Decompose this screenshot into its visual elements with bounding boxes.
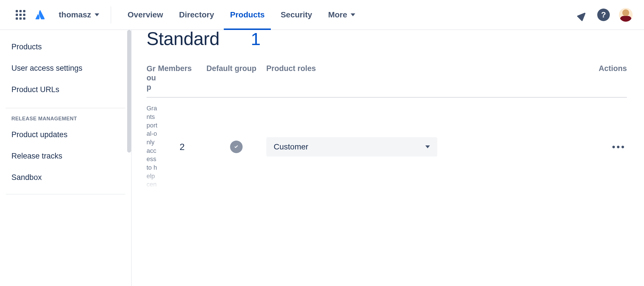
user-avatar[interactable] bbox=[619, 8, 633, 22]
nav-right: ? bbox=[576, 8, 633, 22]
role-select-value: Customer bbox=[274, 142, 308, 151]
help-icon[interactable]: ? bbox=[597, 9, 610, 21]
nav-directory[interactable]: Directory bbox=[171, 0, 222, 29]
sidebar-divider bbox=[6, 194, 125, 194]
cell-default bbox=[206, 141, 266, 153]
th-group: Group bbox=[147, 64, 158, 92]
cell-group-desc: Grants portal-only access to help center… bbox=[147, 104, 158, 190]
sidebar-item-release-tracks[interactable]: Release tracks bbox=[0, 145, 131, 167]
nav-overview[interactable]: Overview bbox=[120, 0, 171, 29]
chevron-down-icon bbox=[351, 13, 355, 16]
cell-members: 2 bbox=[158, 142, 206, 152]
main-content: Standard 1 Group Members Default group P… bbox=[131, 30, 644, 286]
primary-nav: Overview Directory Products Security Mor… bbox=[120, 0, 363, 29]
sidebar-item-user-access[interactable]: User access settings bbox=[0, 58, 131, 79]
sidebar-item-products[interactable]: Products bbox=[0, 36, 131, 58]
chevron-down-icon bbox=[95, 13, 99, 16]
workspace-name: thomasz bbox=[59, 10, 91, 19]
atlassian-logo-icon[interactable] bbox=[34, 10, 44, 20]
th-actions: Actions bbox=[584, 64, 627, 73]
more-actions-icon[interactable] bbox=[610, 143, 627, 151]
chevron-down-icon bbox=[425, 145, 430, 148]
sidebar-scrollbar[interactable] bbox=[127, 30, 131, 153]
workspace-switcher[interactable]: thomasz bbox=[59, 6, 111, 23]
check-icon bbox=[230, 141, 243, 153]
table-header-row: Group Members Default group Product role… bbox=[147, 64, 627, 98]
sidebar-item-sandbox[interactable]: Sandbox bbox=[0, 167, 131, 188]
sidebar-section-release: RELEASE MANAGEMENT bbox=[6, 108, 125, 122]
nav-more[interactable]: More bbox=[320, 0, 363, 29]
sidebar: Products User access settings Product UR… bbox=[0, 30, 131, 286]
sidebar-item-product-urls[interactable]: Product URLs bbox=[0, 79, 131, 100]
page-title: Standard bbox=[147, 28, 220, 49]
nav-products[interactable]: Products bbox=[222, 0, 273, 29]
nav-security[interactable]: Security bbox=[273, 0, 320, 29]
sidebar-item-product-updates[interactable]: Product updates bbox=[0, 124, 131, 145]
groups-table: Group Members Default group Product role… bbox=[147, 64, 627, 196]
notifications-icon[interactable] bbox=[576, 9, 588, 21]
cell-roles: Customer bbox=[266, 137, 584, 157]
th-members: Members bbox=[158, 64, 206, 73]
app-switcher-icon[interactable] bbox=[15, 10, 26, 20]
cell-actions bbox=[584, 143, 627, 151]
th-product-roles: Product roles bbox=[266, 64, 584, 73]
top-nav: thomasz Overview Directory Products Secu… bbox=[0, 0, 644, 30]
role-select[interactable]: Customer bbox=[266, 137, 437, 157]
page-count: 1 bbox=[251, 29, 261, 49]
th-default-group: Default group bbox=[206, 64, 266, 73]
table-row: Grants portal-only access to help center… bbox=[147, 98, 627, 196]
